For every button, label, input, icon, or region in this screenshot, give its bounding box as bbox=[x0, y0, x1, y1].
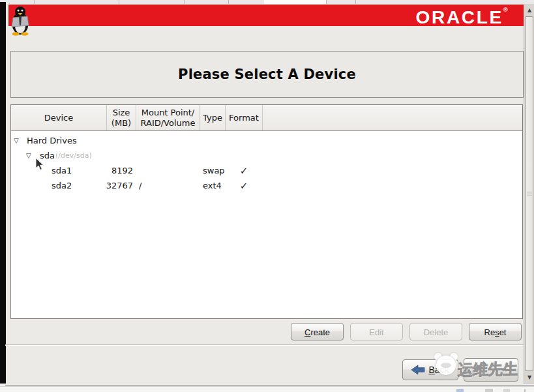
column-header-mount: Mount Point/RAID/Volume bbox=[136, 105, 200, 130]
horizontal-divider bbox=[5, 344, 534, 346]
mouse-cursor-icon bbox=[35, 157, 45, 172]
partition-mount: / bbox=[139, 179, 141, 193]
vertical-scrollbar[interactable]: ▲ ▼ bbox=[524, 4, 534, 384]
tree-label-hard-drives: Hard Drives bbox=[27, 134, 77, 148]
tux-penguin-icon bbox=[9, 6, 31, 36]
partition-name: sda1 bbox=[52, 164, 72, 178]
scroll-down-icon[interactable]: ▼ bbox=[524, 372, 534, 383]
oracle-banner: ORACLE® bbox=[8, 5, 524, 26]
back-arrow-icon bbox=[411, 365, 425, 375]
partition-name: sda2 bbox=[52, 179, 72, 193]
dialog-title-box: Please Select A Device bbox=[10, 51, 524, 98]
partition-size: 8192 bbox=[89, 164, 133, 178]
column-header-format: Format bbox=[226, 105, 263, 130]
expander-open-icon[interactable]: ▽ bbox=[26, 149, 31, 163]
scrollbar-thumb[interactable] bbox=[525, 16, 533, 371]
watermark-text: 运维先生 bbox=[457, 359, 523, 380]
device-table: Device Size(MB) Mount Point/RAID/Volume … bbox=[10, 104, 523, 319]
column-header-type: Type bbox=[200, 105, 226, 130]
disk-path-label: (/dev/sda) bbox=[55, 149, 92, 163]
left-black-bar bbox=[0, 2, 6, 384]
create-button[interactable]: Create bbox=[291, 323, 344, 340]
column-header-spacer bbox=[263, 105, 522, 130]
tree-row-hard-drives[interactable]: ▽ Hard Drives bbox=[11, 134, 520, 148]
bottom-taskbar-strip bbox=[0, 386, 534, 392]
tree-row-sda2[interactable]: sda2 32767 / ext4 ✓ bbox=[11, 179, 520, 193]
oracle-logo: ORACLE® bbox=[416, 7, 508, 28]
watermark-mascot-icon bbox=[434, 354, 459, 378]
partition-type: swap bbox=[203, 164, 225, 178]
partition-size: 32767 bbox=[89, 179, 133, 193]
tree-row-disk-sda[interactable]: ▽ sda (/dev/sda) bbox=[11, 149, 520, 163]
tray-icon bbox=[524, 389, 526, 392]
expander-open-icon[interactable]: ▽ bbox=[14, 134, 19, 148]
tray-icon bbox=[456, 389, 464, 392]
partition-type: ext4 bbox=[203, 179, 222, 193]
format-check-icon: ✓ bbox=[237, 164, 251, 178]
page-title: Please Select A Device bbox=[178, 67, 356, 82]
edit-button[interactable]: Edit bbox=[350, 323, 403, 340]
delete-button[interactable]: Delete bbox=[409, 323, 462, 340]
tray-icon bbox=[503, 389, 510, 392]
column-header-device: Device bbox=[11, 105, 107, 130]
tree-row-sda1[interactable]: sda1 8192 swap ✓ bbox=[11, 164, 520, 178]
reset-button[interactable]: Reset bbox=[469, 323, 522, 340]
tray-icon bbox=[485, 389, 493, 392]
window-bottom-edge bbox=[5, 385, 534, 385]
table-header: Device Size(MB) Mount Point/RAID/Volume … bbox=[11, 105, 522, 131]
registered-mark: ® bbox=[503, 7, 508, 13]
column-header-size: Size(MB) bbox=[107, 105, 136, 130]
scroll-up-icon[interactable]: ▲ bbox=[524, 5, 534, 16]
format-check-icon: ✓ bbox=[237, 179, 251, 193]
